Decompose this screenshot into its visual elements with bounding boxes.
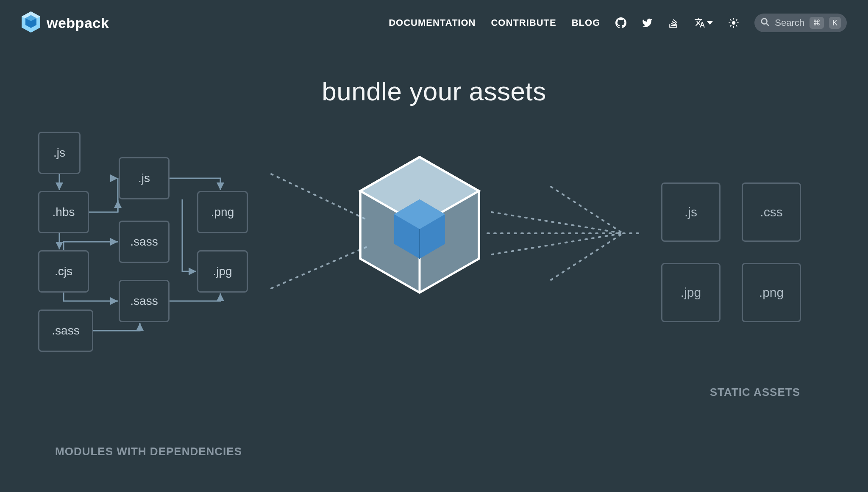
svg-line-21 — [551, 233, 623, 280]
svg-line-19 — [551, 187, 623, 233]
nav-blog[interactable]: BLOG — [572, 17, 601, 28]
site-header: webpack DOCUMENTATION CONTRIBUTE BLOG Se… — [0, 0, 868, 38]
twitter-icon[interactable] — [642, 17, 653, 28]
output-label: .jpg — [681, 285, 701, 300]
module-label: .sass — [130, 235, 158, 249]
svg-line-18 — [492, 212, 623, 233]
svg-line-8 — [736, 25, 737, 26]
nav-contribute[interactable]: CONTRIBUTE — [491, 17, 556, 28]
brand-name: webpack — [47, 15, 109, 31]
module-label: .js — [138, 171, 150, 185]
module-box-m-png: .png — [197, 191, 248, 233]
theme-toggle-icon[interactable] — [728, 17, 739, 28]
module-box-m-js2: .js — [119, 157, 170, 199]
module-label: .sass — [130, 294, 158, 308]
svg-line-15 — [271, 174, 369, 221]
search-placeholder: Search — [775, 17, 804, 28]
module-box-m-js1: .js — [38, 132, 81, 174]
output-box-o-png: .png — [742, 263, 801, 322]
module-label: .sass — [52, 324, 79, 337]
module-label: .hbs — [53, 205, 75, 219]
module-label: .js — [53, 146, 65, 160]
module-box-m-cjs: .cjs — [38, 250, 89, 293]
module-box-m-sass3: .sass — [38, 310, 93, 352]
stackoverflow-icon[interactable] — [668, 17, 679, 28]
main-nav: DOCUMENTATION CONTRIBUTE BLOG Search ⌘ K — [389, 14, 847, 32]
output-label: .css — [760, 205, 782, 219]
nav-documentation[interactable]: DOCUMENTATION — [389, 17, 476, 28]
github-icon[interactable] — [615, 17, 626, 28]
bundle-diagram: .js.hbs.js.png.sass.cjs.jpg.sass.sass MO… — [0, 132, 868, 470]
search-input[interactable]: Search ⌘ K — [754, 14, 847, 32]
search-icon — [760, 17, 770, 28]
chevron-down-icon — [707, 20, 713, 26]
module-box-m-sass2: .sass — [119, 280, 170, 322]
brand-logo[interactable]: webpack — [21, 11, 109, 35]
svg-line-20 — [492, 233, 623, 254]
webpack-cube-icon — [356, 153, 483, 299]
svg-line-11 — [731, 25, 732, 26]
module-label: .png — [211, 205, 234, 219]
svg-line-7 — [731, 19, 732, 20]
output-box-o-js: .js — [661, 182, 721, 242]
language-switcher[interactable] — [694, 17, 713, 28]
svg-line-12 — [736, 19, 737, 20]
shortcut-key-cmd: ⌘ — [810, 17, 824, 29]
output-box-o-css: .css — [742, 182, 801, 242]
modules-caption: MODULES WITH DEPENDENCIES — [55, 445, 242, 458]
outputs-caption: STATIC ASSETS — [710, 386, 800, 399]
output-label: .png — [759, 285, 784, 300]
module-box-m-jpg: .jpg — [197, 250, 248, 293]
shortcut-key-k: K — [829, 17, 841, 29]
svg-line-14 — [766, 23, 769, 26]
output-label: .js — [684, 205, 697, 219]
svg-point-4 — [732, 21, 736, 25]
module-label: .cjs — [55, 265, 72, 278]
hero-title: bundle your assets — [0, 76, 868, 106]
svg-line-16 — [271, 246, 369, 288]
output-box-o-jpg: .jpg — [661, 263, 721, 322]
module-label: .jpg — [213, 265, 232, 278]
webpack-logo-icon — [21, 11, 41, 35]
module-box-m-sass1: .sass — [119, 221, 170, 263]
module-box-m-hbs: .hbs — [38, 191, 89, 233]
